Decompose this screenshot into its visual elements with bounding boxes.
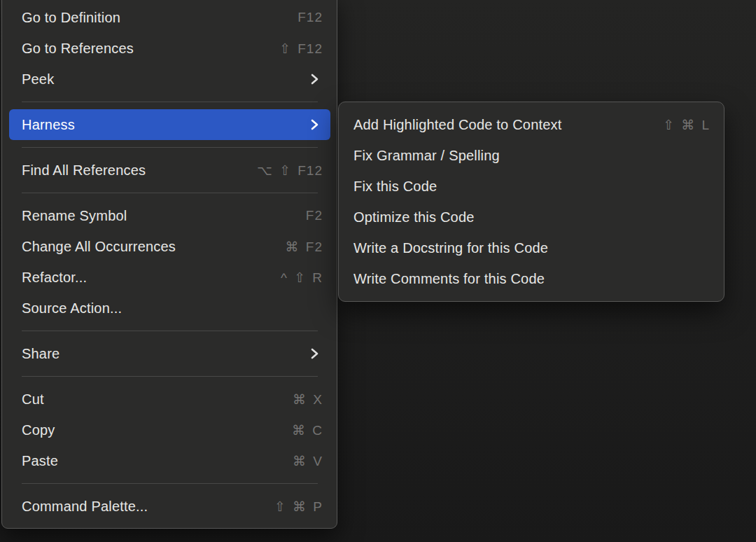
submenu-item-fix-this-code[interactable]: Fix this Code (339, 171, 724, 202)
menu-item-command-palette[interactable]: Command Palette... ⇧ ⌘ P (2, 491, 337, 522)
menu-item-shortcut: ⇧ F12 (279, 41, 323, 57)
submenu-item-write-comments-for-this-code[interactable]: Write Comments for this Code (339, 263, 724, 294)
submenu-item-label: Fix this Code (354, 179, 710, 195)
menu-item-rename-symbol[interactable]: Rename Symbol F2 (2, 200, 337, 231)
menu-item-label: Go to Definition (22, 10, 298, 26)
submenu-item-label: Optimize this Code (354, 209, 710, 225)
menu-item-go-to-references[interactable]: Go to References ⇧ F12 (2, 33, 337, 64)
menu-item-label: Rename Symbol (22, 208, 306, 224)
menu-item-share[interactable]: Share (2, 338, 337, 369)
editor-context-menu: Go to Definition F12 Go to References ⇧ … (1, 0, 337, 529)
submenu-item-add-highlighted-code-to-context[interactable]: Add Highlighted Code to Context ⇧ ⌘ L (339, 109, 724, 140)
menu-item-shortcut: F12 (298, 10, 323, 25)
menu-item-label: Go to References (22, 41, 279, 57)
menu-item-refactor[interactable]: Refactor... ^ ⇧ R (2, 262, 337, 293)
menu-separator (22, 376, 318, 377)
menu-item-shortcut: ⌥ ⇧ F12 (257, 162, 323, 179)
menu-item-label: Change All Occurrences (22, 239, 286, 255)
submenu-item-label: Write Comments for this Code (354, 271, 710, 287)
menu-item-label: Copy (22, 422, 292, 438)
chevron-right-icon (307, 118, 318, 131)
menu-item-shortcut: ⌘ F2 (286, 239, 323, 255)
chevron-right-icon (307, 347, 318, 360)
menu-item-harness[interactable]: Harness (9, 109, 330, 140)
menu-item-label: Command Palette... (22, 499, 274, 515)
menu-item-source-action[interactable]: Source Action... (2, 293, 337, 324)
submenu-item-shortcut: ⇧ ⌘ L (663, 117, 710, 133)
menu-item-label: Find All References (22, 162, 257, 179)
menu-item-find-all-references[interactable]: Find All References ⌥ ⇧ F12 (2, 155, 337, 186)
menu-separator (22, 193, 318, 193)
menu-item-label: Peek (22, 71, 307, 88)
submenu-item-optimize-this-code[interactable]: Optimize this Code (339, 202, 724, 232)
menu-item-shortcut: ^ ⇧ R (281, 270, 323, 286)
menu-item-label: Refactor... (22, 270, 281, 286)
menu-separator (22, 102, 318, 102)
submenu-item-label: Write a Docstring for this Code (354, 240, 710, 256)
menu-item-shortcut: ⌘ C (292, 422, 323, 438)
menu-separator (22, 147, 318, 148)
menu-item-shortcut: F2 (306, 208, 323, 223)
menu-separator (22, 331, 318, 331)
harness-submenu: Add Highlighted Code to Context ⇧ ⌘ L Fi… (338, 102, 724, 302)
menu-item-shortcut: ⌘ X (293, 391, 323, 408)
menu-item-label: Cut (22, 391, 293, 408)
menu-item-paste[interactable]: Paste ⌘ V (2, 445, 337, 476)
menu-item-label: Harness (22, 117, 307, 133)
submenu-item-label: Fix Grammar / Spelling (354, 148, 710, 164)
menu-item-label: Share (22, 346, 307, 362)
submenu-item-fix-grammar-spelling[interactable]: Fix Grammar / Spelling (339, 140, 724, 171)
submenu-item-label: Add Highlighted Code to Context (354, 117, 663, 133)
menu-item-label: Source Action... (22, 300, 323, 317)
menu-item-change-all-occurrences[interactable]: Change All Occurrences ⌘ F2 (2, 231, 337, 262)
menu-item-copy[interactable]: Copy ⌘ C (2, 415, 337, 445)
menu-item-shortcut: ⇧ ⌘ P (274, 499, 323, 515)
menu-item-cut[interactable]: Cut ⌘ X (2, 384, 337, 415)
menu-item-label: Paste (22, 453, 293, 469)
menu-item-shortcut: ⌘ V (293, 453, 323, 469)
menu-item-go-to-definition[interactable]: Go to Definition F12 (2, 2, 337, 33)
menu-separator (22, 483, 318, 484)
submenu-item-write-a-docstring-for-this-code[interactable]: Write a Docstring for this Code (339, 232, 724, 263)
menu-item-peek[interactable]: Peek (2, 64, 337, 95)
chevron-right-icon (307, 73, 318, 85)
